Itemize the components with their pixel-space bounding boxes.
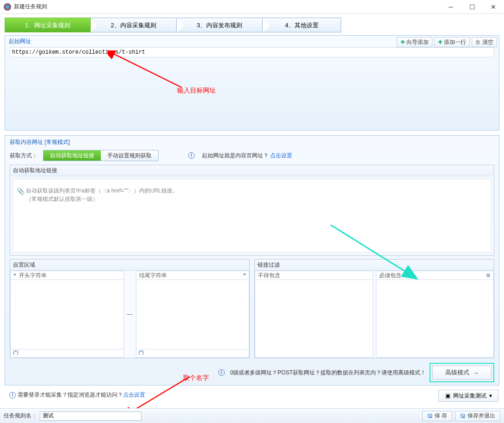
save-exit-button[interactable]: 🖫 保存并退出 <box>455 411 500 421</box>
arrow-right-icon: → <box>473 369 479 376</box>
app-icon <box>4 3 11 11</box>
url-collect-test-button[interactable]: ▣ 网址采集测试 ▾ <box>438 390 498 402</box>
end-string-star[interactable]: (*) <box>136 349 250 358</box>
paperclip-icon: 📎 <box>17 187 25 195</box>
mode-manual-button[interactable]: 手动设置规则获取 <box>101 150 158 161</box>
save-button[interactable]: 🖫 保 存 <box>422 411 452 421</box>
advanced-row: i 0级或者多级网址？POST获取网址？提取的数据在列表页内？请使用高级模式！ … <box>10 363 494 382</box>
plus-icon: ✚ <box>400 39 405 45</box>
svg-line-0 <box>112 53 182 87</box>
step-3-publish-rules[interactable]: 3、内容发布规则 <box>177 18 263 32</box>
filter-panel-title: 链接过滤 <box>255 260 494 271</box>
advanced-mode-button[interactable]: 高级模式 → <box>432 366 492 379</box>
step-tabs: 1、网址采集规则 2、内容采集规则 3、内容发布规则 4、其他设置 <box>5 18 499 32</box>
auto-link-group-title: 自动获取地址链接 <box>10 165 494 176</box>
maximize-button[interactable]: ☐ <box>461 0 483 14</box>
area-panel-title: 设置区域 <box>10 260 249 271</box>
dash-separator: — <box>127 311 133 317</box>
save-icon: 🖫 <box>427 413 433 419</box>
mode-auto-button[interactable]: 自动获取地址链接 <box>43 150 101 161</box>
titlebar: 新建任务规则 ─ ☐ ✕ <box>0 0 504 14</box>
must-not-head: 不得包含 <box>258 272 280 280</box>
content-url-title: 获取内容网址 [常规模式] <box>5 136 499 148</box>
url-input-row <box>10 47 494 57</box>
info-icon: i <box>218 369 225 376</box>
end-string-list[interactable] <box>136 280 250 349</box>
save-exit-icon: 🖫 <box>460 413 466 419</box>
step-2-label: 2、内容采集规则 <box>91 18 176 33</box>
content-url-section: 获取内容网址 [常规模式] 获取方式： 自动获取地址链接 手动设置规则获取 i … <box>5 135 499 386</box>
step-3-label: 3、内容发布规则 <box>177 18 262 33</box>
start-string-col: ❝ 开头字符串 (*) <box>10 271 124 358</box>
play-icon: ▣ <box>445 392 450 399</box>
minimize-button[interactable]: ─ <box>440 0 461 14</box>
task-name-input[interactable] <box>40 411 141 421</box>
auto-link-group: 自动获取地址链接 📎 自动获取该级列表页中a标签（〈a href=""〉）内的U… <box>10 165 494 255</box>
must-not-col: 不得包含 <box>255 271 373 358</box>
mode-segment: 自动获取地址链接 手动设置规则获取 <box>43 150 159 161</box>
wizard-add-button[interactable]: ✚向导添加 <box>397 37 432 47</box>
step-1-url-rules[interactable]: 1、网址采集规则 <box>5 18 91 32</box>
start-url-toolbar: ✚向导添加 ✚添加一行 🗑清空 <box>397 37 497 47</box>
step-2-content-rules[interactable]: 2、内容采集规则 <box>91 18 177 32</box>
plus-icon: ✚ <box>438 39 443 45</box>
footer: 任务规则名： 🖫 保 存 🖫 保存并退出 <box>0 408 504 423</box>
step-4-label: 4、其他设置 <box>263 18 341 33</box>
annotation-arrow-1 <box>108 50 186 97</box>
start-url-input[interactable] <box>10 49 494 56</box>
advanced-button-highlight: 高级模式 → <box>430 363 494 382</box>
end-string-head: 结尾字符串 <box>139 272 244 280</box>
start-string-head: 开头字符串 <box>16 272 121 280</box>
body: 1、网址采集规则 2、内容采集规则 3、内容发布规则 4、其他设置 起始网址 ✚… <box>0 14 504 423</box>
start-string-star[interactable]: (*) <box>10 349 124 358</box>
must-have-col: 必须包含 ⚙ <box>376 271 494 358</box>
auto-link-body[interactable]: 📎 自动获取该级列表页中a标签（〈a href=""〉）内的URL链接。 （常规… <box>12 179 492 253</box>
start-string-list[interactable] <box>10 280 124 349</box>
quote-right-icon[interactable]: ❞ <box>243 273 246 279</box>
gear-icon[interactable]: ⚙ <box>486 273 491 279</box>
mode-row: 获取方式： 自动获取地址链接 手动设置规则获取 i 起始网址就是内容页网址？ 点… <box>5 148 499 165</box>
start-url-section: 起始网址 ✚向导添加 ✚添加一行 🗑清空 输入目标网址 <box>5 35 499 131</box>
info-icon: i <box>188 152 195 159</box>
lower-panels: 设置区域 ❝ 开头字符串 (*) — 结尾字符串 ❞ <box>10 259 494 358</box>
add-row-button[interactable]: ✚添加一行 <box>434 37 470 47</box>
login-hint-text: 需要登录才能采集？指定浏览器才能访问？ <box>18 391 123 399</box>
must-have-head: 必须包含 <box>379 272 486 280</box>
login-setting-link[interactable]: 点击设置 <box>123 391 145 399</box>
login-hint-row: i 需要登录才能采集？指定浏览器才能访问？ 点击设置 <box>9 391 145 399</box>
must-have-list[interactable] <box>376 280 494 358</box>
info-icon: i <box>9 392 16 398</box>
annotation-text-1: 输入目标网址 <box>177 87 216 95</box>
step-4-other-settings[interactable]: 4、其他设置 <box>263 18 341 32</box>
advanced-hint: 0级或者多级网址？POST获取网址？提取的数据在列表页内？请使用高级模式！ <box>230 369 426 377</box>
click-setting-link[interactable]: 点击设置 <box>270 152 292 159</box>
mode-label: 获取方式： <box>10 152 37 160</box>
task-name-label: 任务规则名： <box>4 412 37 420</box>
end-string-col: 结尾字符串 ❞ (*) <box>136 271 250 358</box>
must-not-list[interactable] <box>255 280 373 358</box>
step-1-label: 1、网址采集规则 <box>5 18 90 33</box>
close-button[interactable]: ✕ <box>483 0 504 14</box>
auto-link-description: 自动获取该级列表页中a标签（〈a href=""〉）内的URL链接。 （常规模式… <box>26 187 178 203</box>
clear-button[interactable]: 🗑清空 <box>472 37 497 47</box>
dropdown-icon: ▾ <box>489 392 492 399</box>
start-is-content-hint: 起始网址就是内容页网址？ 点击设置 <box>202 152 292 160</box>
filter-panel: 链接过滤 不得包含 必须包含 ⚙ <box>254 259 494 358</box>
area-panel: 设置区域 ❝ 开头字符串 (*) — 结尾字符串 ❞ <box>10 259 250 358</box>
window-title: 新建任务规则 <box>14 3 440 11</box>
trash-icon: 🗑 <box>475 39 481 45</box>
